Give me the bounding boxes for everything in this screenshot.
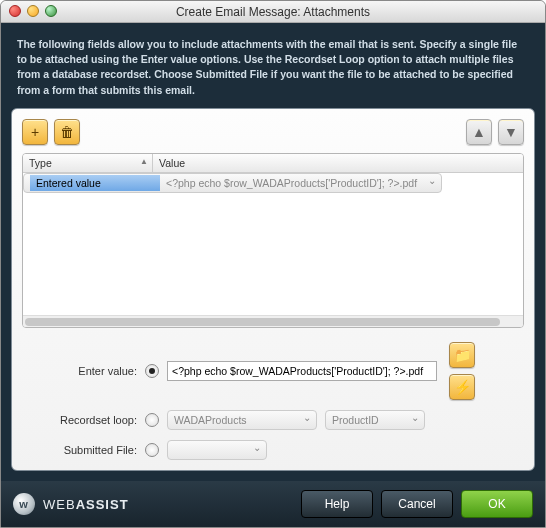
brand-thin: WEB xyxy=(43,497,76,512)
table-row[interactable]: Entered value <?php echo $row_WADAProduc… xyxy=(23,173,442,193)
add-button[interactable]: + xyxy=(22,119,48,145)
plus-icon: + xyxy=(31,124,39,140)
row-submitted-file: Submitted File: xyxy=(22,440,524,460)
folder-icon: 📁 xyxy=(454,347,471,363)
trash-icon: 🗑 xyxy=(60,124,74,140)
submitted-file-select[interactable] xyxy=(167,440,267,460)
toolbar-row: + 🗑 ▲ ▼ xyxy=(22,119,524,145)
chevron-up-icon: ▲ xyxy=(472,124,486,140)
titlebar: Create Email Message: Attachments xyxy=(1,1,545,23)
recordset-column-select[interactable]: ProductID xyxy=(325,410,425,430)
cell-value: <?php echo $row_WADAProducts['ProductID'… xyxy=(160,175,423,191)
recordset-select-value: WADAProducts xyxy=(174,414,247,426)
header-type-label: Type xyxy=(29,157,52,169)
dialog-window: Create Email Message: Attachments The fo… xyxy=(0,0,546,528)
recordset-column-value: ProductID xyxy=(332,414,379,426)
row-enter-value: Enter value: 📁 ⚡ xyxy=(22,342,524,400)
window-title: Create Email Message: Attachments xyxy=(176,5,370,19)
attachments-list: Type ▲ Value Entered value <?php echo $r… xyxy=(22,153,524,328)
cell-type: Entered value xyxy=(30,175,160,191)
recordset-select[interactable]: WADAProducts xyxy=(167,410,317,430)
list-header: Type ▲ Value xyxy=(23,154,523,173)
main-panel: + 🗑 ▲ ▼ Type ▲ Value xyxy=(11,108,535,471)
dialog-footer: w WEBASSIST Help Cancel OK xyxy=(1,481,545,527)
radio-recordset-loop[interactable] xyxy=(145,413,159,427)
header-type[interactable]: Type ▲ xyxy=(23,154,153,172)
delete-button[interactable]: 🗑 xyxy=(54,119,80,145)
browse-button[interactable]: 📁 xyxy=(449,342,475,368)
brand-text: WEBASSIST xyxy=(43,497,129,512)
header-value[interactable]: Value xyxy=(153,154,523,172)
cancel-button[interactable]: Cancel xyxy=(381,490,453,518)
radio-submitted-file[interactable] xyxy=(145,443,159,457)
intro-text: The following fields allow you to includ… xyxy=(11,33,535,100)
scrollbar-thumb[interactable] xyxy=(25,318,500,326)
dialog-content: The following fields allow you to includ… xyxy=(1,23,545,481)
row-recordset-loop: Recordset loop: WADAProducts ProductID xyxy=(22,410,524,430)
chevron-down-icon: ▼ xyxy=(504,124,518,140)
sort-indicator-icon: ▲ xyxy=(140,157,148,166)
zoom-icon[interactable] xyxy=(45,5,57,17)
label-submitted-file: Submitted File: xyxy=(22,444,137,456)
list-body: Entered value <?php echo $row_WADAProduc… xyxy=(23,173,523,315)
label-enter-value: Enter value: xyxy=(22,365,137,377)
brand-bold: ASSIST xyxy=(76,497,129,512)
lightning-icon: ⚡ xyxy=(454,379,471,395)
move-up-button[interactable]: ▲ xyxy=(466,119,492,145)
dynamic-data-button[interactable]: ⚡ xyxy=(449,374,475,400)
minimize-icon[interactable] xyxy=(27,5,39,17)
label-recordset-loop: Recordset loop: xyxy=(22,414,137,426)
brand: w WEBASSIST xyxy=(13,493,129,515)
radio-enter-value[interactable] xyxy=(145,364,159,378)
value-side-buttons: 📁 ⚡ xyxy=(449,342,475,400)
horizontal-scrollbar[interactable] xyxy=(23,315,523,327)
form-area: Enter value: 📁 ⚡ Recordset loop: WADAPro… xyxy=(22,342,524,460)
enter-value-input[interactable] xyxy=(167,361,437,381)
left-toolbar: + 🗑 xyxy=(22,119,80,145)
close-icon[interactable] xyxy=(9,5,21,17)
window-controls xyxy=(9,5,57,17)
brand-logo-icon: w xyxy=(13,493,35,515)
ok-button[interactable]: OK xyxy=(461,490,533,518)
move-down-button[interactable]: ▼ xyxy=(498,119,524,145)
help-button[interactable]: Help xyxy=(301,490,373,518)
right-toolbar: ▲ ▼ xyxy=(466,119,524,145)
